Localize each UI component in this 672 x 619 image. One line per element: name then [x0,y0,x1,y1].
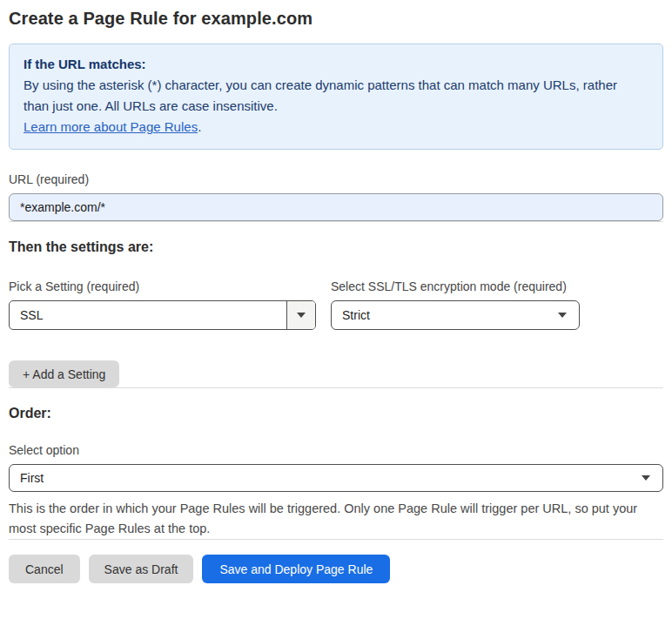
info-box-heading: If the URL matches: [24,54,648,75]
chevron-down-icon [286,301,315,329]
order-select-value: First [10,471,642,485]
order-help-text: This is the order in which your Page Rul… [9,499,653,539]
link-suffix: . [198,119,201,134]
info-box-link-line: Learn more about Page Rules. [24,117,648,138]
chevron-down-icon [558,313,579,318]
footer-actions: Cancel Save as Draft Save and Deploy Pag… [9,555,663,583]
save-as-draft-button[interactable]: Save as Draft [89,555,194,583]
divider [9,387,663,388]
page-title: Create a Page Rule for example.com [9,9,663,29]
url-field-label: URL (required) [9,172,663,187]
url-match-info-box: If the URL matches: By using the asteris… [9,44,663,150]
settings-section-heading: Then the settings are: [9,239,663,255]
order-section-heading: Order: [9,406,663,421]
order-select[interactable]: First [9,464,663,492]
settings-row: Pick a Setting (required) SSL Select SSL… [9,279,663,330]
learn-more-link[interactable]: Learn more about Page Rules [24,119,198,134]
pick-setting-column: Pick a Setting (required) SSL [9,279,316,330]
url-input[interactable] [9,193,663,221]
ssl-mode-column: Select SSL/TLS encryption mode (required… [331,279,580,330]
ssl-mode-label: Select SSL/TLS encryption mode (required… [331,279,580,294]
add-setting-button[interactable]: + Add a Setting [9,360,119,387]
divider [9,539,663,540]
cancel-button[interactable]: Cancel [9,555,80,583]
ssl-mode-value: Strict [332,308,558,322]
chevron-down-icon [642,475,662,481]
order-select-label: Select option [9,442,663,458]
save-and-deploy-button[interactable]: Save and Deploy Page Rule [202,555,390,583]
ssl-mode-select[interactable]: Strict [331,300,580,330]
pick-setting-label: Pick a Setting (required) [9,279,316,294]
pick-setting-value: SSL [10,308,286,322]
divider [9,221,663,222]
info-box-body: By using the asterisk (*) character, you… [24,75,633,117]
create-page-rule-form: Create a Page Rule for example.com If th… [0,0,672,583]
url-section: URL (required) [9,172,663,221]
pick-setting-select[interactable]: SSL [9,300,316,330]
